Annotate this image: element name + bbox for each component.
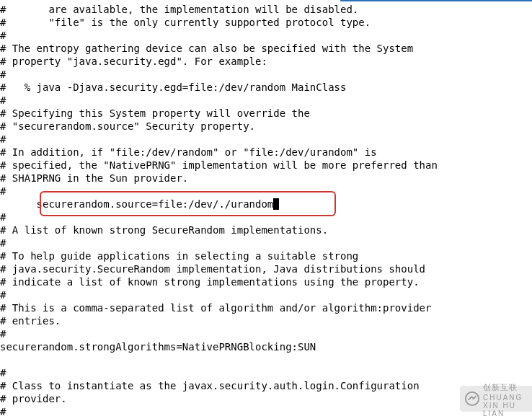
terminal-line: # "file" is the only currently supported… [0, 16, 532, 29]
svg-point-0 [466, 392, 479, 405]
terminal-line: # The entropy gathering device can also … [0, 42, 532, 55]
terminal-line: # To help guide applications in selectin… [0, 249, 532, 262]
terminal-line: # [0, 327, 532, 340]
terminal-line: # specified, the "NativePRNG" implementa… [0, 159, 532, 172]
terminal-line: # This is a comma-separated list of algo… [0, 301, 532, 314]
terminal-line: securerandom.strongAlgorithms=NativePRNG… [0, 340, 532, 353]
terminal-line: # [0, 94, 532, 107]
terminal-line: # Specifying this System property will o… [0, 107, 532, 120]
watermark-logo-icon [464, 391, 480, 407]
terminal-line: # SHA1PRNG in the Sun provider. [0, 172, 532, 185]
terminal-line: # [0, 288, 532, 301]
terminal-line: # % java -Djava.security.egd=file:/dev/r… [0, 81, 532, 94]
terminal-line: # [0, 185, 532, 198]
terminal-line: # [0, 405, 532, 416]
text-cursor [273, 198, 279, 210]
watermark-text-en: CHUANG XIN HU LIAN [483, 394, 528, 417]
terminal-line: # "securerandom.source" Security propert… [0, 120, 532, 133]
terminal-line: # [0, 29, 532, 42]
terminal-viewport[interactable]: # are available, the implementation will… [0, 3, 532, 416]
watermark-badge: 创新互联 CHUANG XIN HU LIAN [460, 386, 532, 412]
terminal-line: # [0, 236, 532, 249]
terminal-line: # Class to instantiate as the javax.secu… [0, 379, 532, 392]
terminal-line: # property "java.security.egd". For exam… [0, 55, 532, 68]
terminal-line: # In addition, if "file:/dev/random" or … [0, 146, 532, 159]
terminal-line: # A list of known strong SecureRandom im… [0, 224, 532, 236]
window-top-strip [0, 0, 532, 1]
terminal-line: # [0, 211, 532, 224]
terminal-line: # entries. [0, 314, 532, 327]
terminal-line: # indicate a list of known strong implem… [0, 275, 532, 288]
terminal-line: # provider. [0, 392, 532, 405]
terminal-line: # [0, 133, 532, 146]
terminal-line: # java.security.SecureRandom implementat… [0, 262, 532, 275]
terminal-line: # [0, 68, 532, 81]
terminal-line [0, 353, 532, 366]
terminal-line: securerandom.source=file:/dev/./urandom [0, 198, 532, 211]
watermark-text-zh: 创新互联 [483, 381, 528, 394]
terminal-line: # [0, 366, 532, 379]
window-accent-bar [340, 0, 532, 1]
terminal-line: # are available, the implementation will… [0, 3, 532, 16]
